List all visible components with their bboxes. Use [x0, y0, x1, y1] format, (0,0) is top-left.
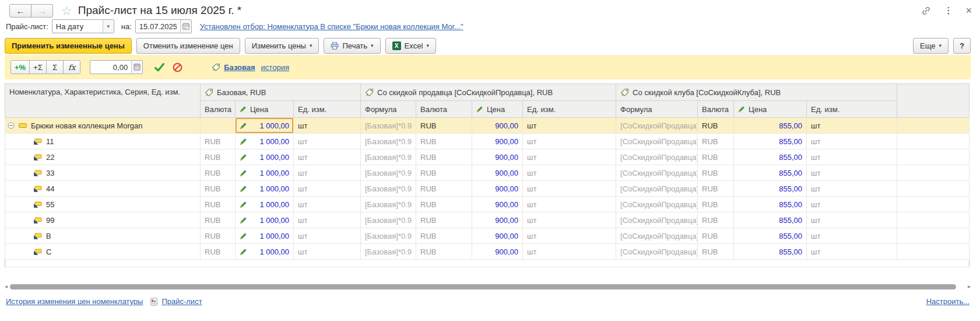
deny-button[interactable] — [173, 62, 182, 72]
formula-cell[interactable]: [СоСкидкойПродавца]*0.95 — [616, 149, 698, 165]
more-button[interactable]: Еще ▾ — [913, 38, 949, 54]
currency-cell[interactable]: RUB — [201, 149, 236, 165]
configure-link[interactable]: Настроить... — [926, 297, 970, 306]
unit-cell[interactable]: шт — [807, 244, 897, 260]
unit-cell[interactable]: шт — [294, 212, 361, 228]
price-cell[interactable]: 1 000,00 — [236, 212, 294, 228]
calculator-button[interactable] — [131, 61, 142, 74]
price-cell[interactable]: 900,00 — [472, 134, 523, 149]
price-cell[interactable]: 900,00 — [472, 118, 523, 134]
price-cell[interactable]: 855,00 — [734, 165, 807, 181]
currency-cell[interactable]: RUB — [698, 212, 734, 228]
currency-cell[interactable]: RUB — [416, 228, 472, 244]
price-cell[interactable]: 855,00 — [734, 228, 807, 244]
formula-cell[interactable]: [СоСкидкойПродавца]*0.95 — [616, 197, 698, 212]
price-cell[interactable]: 900,00 — [472, 181, 523, 197]
unit-cell[interactable]: шт — [294, 118, 361, 134]
unit-cell[interactable]: шт — [807, 149, 897, 165]
price-cell[interactable]: 1 000,00 — [236, 149, 294, 165]
formula-cell[interactable]: [Базовая]*0.9 — [361, 244, 416, 260]
currency-cell[interactable]: RUB — [416, 149, 472, 165]
back-button[interactable]: ← — [9, 4, 31, 18]
calendar-button[interactable] — [180, 20, 191, 33]
currency-cell[interactable]: RUB — [416, 134, 472, 149]
set-amount-button[interactable]: Σ — [46, 60, 64, 74]
unit-cell[interactable]: шт — [807, 181, 897, 197]
price-cell[interactable]: 900,00 — [472, 149, 523, 165]
formula-cell[interactable]: [СоСкидкойПродавца]*0.95 — [616, 181, 698, 197]
unit-cell[interactable]: шт — [523, 244, 616, 260]
change-prices-button[interactable]: Изменить цены ▾ — [245, 38, 319, 54]
formula-cell[interactable]: [Базовая]*0.9 — [361, 165, 416, 181]
currency-cell[interactable]: RUB — [201, 134, 236, 149]
price-cell[interactable]: 900,00 — [472, 212, 523, 228]
unit-cell[interactable]: шт — [294, 165, 361, 181]
currency-cell[interactable]: RUB — [416, 212, 472, 228]
currency-cell[interactable]: RUB — [201, 244, 236, 260]
unit-cell[interactable]: шт — [523, 134, 616, 149]
more-menu-icon[interactable]: ⋮ — [944, 5, 953, 16]
unit-cell[interactable]: шт — [807, 228, 897, 244]
formula-cell[interactable]: [Базовая]*0.9 — [361, 212, 416, 228]
date-field[interactable] — [135, 19, 192, 33]
formula-button[interactable]: fx — [63, 60, 80, 74]
price-cell[interactable]: 855,00 — [734, 118, 807, 134]
unit-cell[interactable]: шт — [523, 228, 616, 244]
currency-cell[interactable]: RUB — [201, 181, 236, 197]
scroll-thumb[interactable] — [10, 284, 956, 289]
currency-cell[interactable]: RUB — [698, 181, 734, 197]
price-cell[interactable]: 855,00 — [734, 244, 807, 260]
unit-cell[interactable]: шт — [294, 181, 361, 197]
formula-cell[interactable]: [СоСкидкойПродавца]*0.95 — [616, 212, 698, 228]
price-cell[interactable]: 900,00 — [472, 228, 523, 244]
formula-cell[interactable]: [Базовая]*0.9 — [361, 118, 416, 134]
unit-cell[interactable]: шт — [807, 134, 897, 149]
price-cell[interactable]: 1 000,00 — [236, 134, 294, 149]
apply-prices-button[interactable]: Применить измененные цены — [5, 38, 132, 54]
price-cell[interactable]: 1 000,00 — [236, 228, 294, 244]
price-cell[interactable]: 1 000,00 — [236, 197, 294, 212]
amount-field[interactable] — [90, 60, 143, 74]
formula-cell[interactable]: [СоСкидкойПродавца]*0.95 — [616, 118, 698, 134]
formula-cell[interactable]: [Базовая]*0.9 — [361, 197, 416, 212]
unit-cell[interactable]: шт — [523, 212, 616, 228]
currency-cell[interactable]: RUB — [698, 228, 734, 244]
unit-cell[interactable]: шт — [294, 197, 361, 212]
formula-cell[interactable]: [СоСкидкойПродавца]*0.95 — [616, 134, 698, 149]
unit-cell[interactable]: шт — [807, 212, 897, 228]
unit-cell[interactable]: шт — [523, 165, 616, 181]
price-cell[interactable]: 855,00 — [734, 181, 807, 197]
unit-cell[interactable]: шт — [523, 197, 616, 212]
footer-pricelist-link[interactable]: Прайс-лист — [161, 297, 202, 306]
footer-history-link[interactable]: История изменения цен номенклатуры — [6, 297, 143, 306]
scroll-left-arrow[interactable]: ◂ — [5, 284, 8, 289]
formula-cell[interactable]: [СоСкидкойПродавца]*0.95 — [616, 165, 698, 181]
price-cell[interactable]: 900,00 — [472, 244, 523, 260]
currency-cell[interactable]: RUB — [201, 212, 236, 228]
close-icon[interactable]: × — [965, 5, 972, 16]
filter-link[interactable]: Установлен отбор: Номенклатура В списке … — [200, 22, 463, 31]
price-cell[interactable]: 855,00 — [734, 134, 807, 149]
get-link-icon[interactable] — [921, 6, 931, 16]
formula-cell[interactable]: [Базовая]*0.9 — [361, 181, 416, 197]
unit-cell[interactable]: шт — [807, 197, 897, 212]
price-cell[interactable]: 1 000,00 — [236, 181, 294, 197]
price-type-link[interactable]: Базовая — [224, 63, 255, 72]
price-cell-selected[interactable]: 1 000,00 — [236, 118, 294, 134]
currency-cell[interactable]: RUB — [698, 134, 734, 149]
formula-cell[interactable]: [СоСкидкойПродавца]*0.95 — [616, 228, 698, 244]
date-input[interactable] — [139, 22, 177, 31]
tree-expander-icon[interactable] — [8, 122, 15, 129]
add-percent-button[interactable]: +% — [10, 60, 30, 74]
pricelist-mode-select[interactable]: На дату ▾ — [52, 19, 114, 33]
unit-cell[interactable]: шт — [523, 149, 616, 165]
currency-cell[interactable]: RUB — [416, 165, 472, 181]
currency-cell[interactable]: RUB — [201, 197, 236, 212]
currency-cell[interactable]: RUB — [698, 165, 734, 181]
currency-cell[interactable]: RUB — [416, 118, 472, 134]
currency-cell[interactable]: RUB — [416, 197, 472, 212]
print-button[interactable]: Печать ▾ — [324, 38, 380, 54]
price-cell[interactable]: 855,00 — [734, 197, 807, 212]
unit-cell[interactable]: шт — [294, 149, 361, 165]
unit-cell[interactable]: шт — [523, 181, 616, 197]
